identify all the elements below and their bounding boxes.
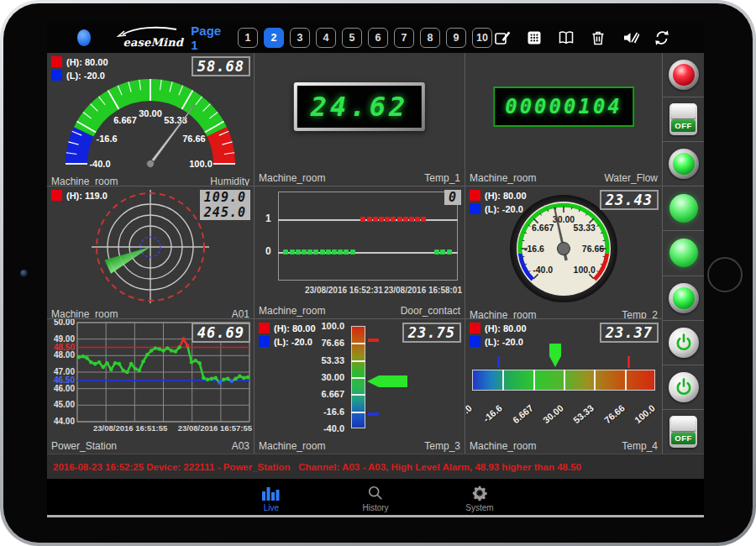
panel-channel: Temp_1 xyxy=(424,172,460,184)
panel-a01-radar: (H): 119.0 109.0 245.0 Machine_roomA01 xyxy=(47,186,254,318)
high-limit-marker xyxy=(368,339,379,342)
temp4-value-display: 23.37 xyxy=(600,323,659,343)
power-button[interactable] xyxy=(669,328,699,358)
indicator-column: OFFOFF xyxy=(663,53,704,454)
home-button[interactable] xyxy=(707,257,743,292)
page-button-7[interactable]: 7 xyxy=(394,28,414,48)
rocker-switch-off[interactable]: OFF xyxy=(669,416,697,448)
indicator-cell-8[interactable] xyxy=(663,365,704,409)
led-green-indicator xyxy=(669,149,699,179)
page-button-4[interactable]: 4 xyxy=(316,28,336,48)
low-limit-swatch xyxy=(470,336,480,347)
scale-separator xyxy=(594,370,596,391)
indicator-cell-1 xyxy=(663,53,704,97)
y-axis-label: 44.00 xyxy=(47,417,75,426)
humidity-value-display: 58.68 xyxy=(192,56,250,76)
page-button-5[interactable]: 5 xyxy=(342,28,362,48)
panel-channel: Temp_3 xyxy=(424,440,460,452)
rocker-switch-off[interactable]: OFF xyxy=(669,103,697,135)
state-marker xyxy=(360,217,365,222)
indicator-cell-3 xyxy=(663,142,704,186)
page-buttons: 12345678910 xyxy=(238,28,492,48)
page-button-2[interactable]: 2 xyxy=(264,28,284,48)
state-marker xyxy=(403,217,408,222)
state-marker xyxy=(397,217,402,222)
indicator-cell-2[interactable]: OFF xyxy=(663,97,704,141)
low-limit-swatch xyxy=(470,203,480,214)
svg-text:6.667: 6.667 xyxy=(532,223,554,233)
page-button-9[interactable]: 9 xyxy=(446,28,466,48)
high-limit-swatch xyxy=(470,323,480,333)
water-flow-counter-display: 00000104 xyxy=(493,87,634,127)
low-limit-swatch xyxy=(259,336,270,347)
svg-text:76.66: 76.66 xyxy=(182,134,206,144)
temp1-lcd-display: 24.62 xyxy=(294,82,425,131)
high-limit-swatch xyxy=(470,190,480,201)
state-marker xyxy=(350,249,355,255)
water-flow-value: 00000104 xyxy=(505,95,622,118)
low-limit-marker xyxy=(368,412,379,416)
toolbar-icons xyxy=(492,28,672,48)
state-marker xyxy=(367,217,372,222)
panel-temp2: (H): 80.00 (L): -20.0 23.43 -40.0-16.66.… xyxy=(465,186,662,318)
timestamp-start: 23/08/2016 16:52:31 xyxy=(305,286,383,295)
refresh-icon[interactable] xyxy=(652,28,672,48)
scale-separator xyxy=(351,343,365,344)
state-marker xyxy=(415,217,420,222)
high-limit-swatch xyxy=(51,56,62,67)
a01-magnitude: 109.0 xyxy=(204,190,246,205)
temp3-legend: (H): 80.00 (L): -20.0 xyxy=(259,323,316,347)
nav-tab-system[interactable]: System xyxy=(453,485,507,512)
panel-channel: Water_Flow xyxy=(604,172,658,184)
state-marker xyxy=(307,249,312,255)
state-marker xyxy=(385,217,390,222)
a03-value-display: 46.69 xyxy=(192,323,250,343)
svg-text:-40.0: -40.0 xyxy=(89,159,110,169)
panel-location: Machine_room xyxy=(51,308,118,318)
alarm-bar[interactable]: 2016-08-23 16:52:25 Device: 222111 - Pow… xyxy=(47,454,704,479)
svg-text:-16.6: -16.6 xyxy=(524,244,544,254)
scale-separator xyxy=(351,360,365,362)
a01-legend: (H): 119.0 xyxy=(51,190,108,201)
low-limit-marker xyxy=(497,356,500,368)
state-marker xyxy=(379,217,384,222)
timestamp-start: 23/08/2016 16:51:55 xyxy=(93,423,167,433)
tablet-device: easeMind Page 1 12345678910 xyxy=(0,0,756,546)
panel-location: Power_Station xyxy=(51,440,117,452)
panel-channel: Temp_4 xyxy=(622,440,658,452)
scale-separator xyxy=(351,394,365,396)
keypad-icon[interactable] xyxy=(524,28,544,48)
trash-icon[interactable] xyxy=(588,28,608,48)
scale-label: -40.0 xyxy=(255,423,344,433)
high-limit-swatch xyxy=(259,323,270,333)
svg-text:-40.0: -40.0 xyxy=(533,265,553,275)
bookmarks-icon[interactable] xyxy=(556,28,576,48)
value-pointer xyxy=(549,343,562,371)
edit-icon[interactable] xyxy=(492,28,512,48)
power-button[interactable] xyxy=(669,372,699,402)
page-button-3[interactable]: 3 xyxy=(290,28,310,48)
panel-location: Machine_room xyxy=(259,305,325,317)
panel-location: Machine_room xyxy=(470,309,536,318)
nav-tab-live[interactable]: Live xyxy=(244,485,298,512)
nav-tab-history[interactable]: History xyxy=(349,485,402,512)
temp2-value-display: 23.43 xyxy=(600,190,659,210)
gear-icon xyxy=(470,485,489,501)
page-button-6[interactable]: 6 xyxy=(368,28,388,48)
scale-label: -16.6 xyxy=(255,407,344,417)
svg-text:53.33: 53.33 xyxy=(574,223,596,233)
page-button-1[interactable]: 1 xyxy=(238,28,258,48)
mute-icon[interactable] xyxy=(620,28,640,48)
state-marker xyxy=(290,249,295,255)
page-button-10[interactable]: 10 xyxy=(472,28,492,48)
page-button-8[interactable]: 8 xyxy=(420,28,440,48)
panel-channel: Door_contact xyxy=(401,305,460,317)
panel-a03-trend: 46.69 23/08/2016 16:51:55 23/08/2016 16:… xyxy=(47,319,254,454)
indicator-cell-7[interactable] xyxy=(663,321,704,365)
state-marker xyxy=(434,249,439,255)
svg-text:6.667: 6.667 xyxy=(113,115,137,125)
tablet-bezel: easeMind Page 1 12345678910 xyxy=(3,3,753,543)
temp3-value-display: 23.75 xyxy=(402,323,461,343)
low-limit-label: (L): -20.0 xyxy=(485,204,523,214)
indicator-cell-9[interactable]: OFF xyxy=(663,410,704,454)
